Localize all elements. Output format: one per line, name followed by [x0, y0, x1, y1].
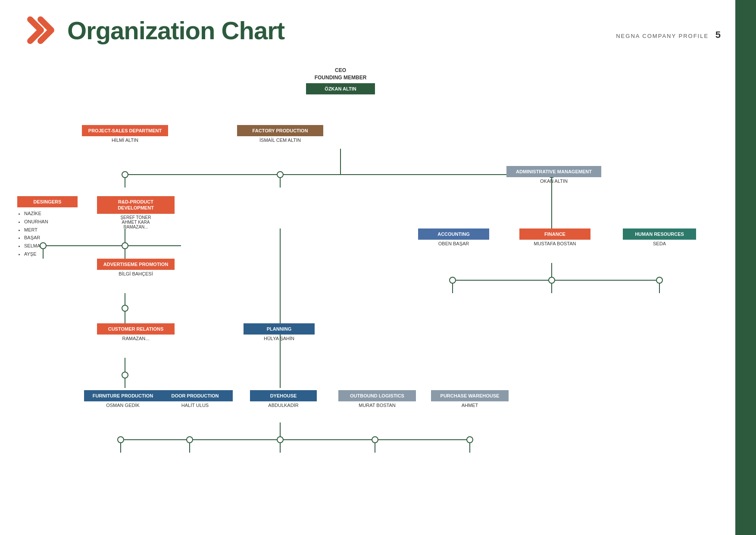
finance-node: FINANCE MUSTAFA BOSTAN — [515, 228, 595, 246]
designers-box: DESINGERS — [17, 196, 78, 207]
planning-box: PLANNING — [244, 323, 315, 335]
page-title: Organization Chart — [67, 16, 284, 45]
outbound-name: MURAT BOSTAN — [334, 403, 420, 408]
svg-point-15 — [122, 305, 128, 311]
svg-point-6 — [277, 172, 283, 178]
outbound-box: OUTBOUND LOGISTICS — [338, 390, 416, 401]
door-name: HALİT ULUS — [153, 403, 237, 408]
svg-point-18 — [122, 372, 128, 378]
finance-name: MUSTAFA BOSTAN — [515, 241, 595, 246]
ceo-box: ÖZKAN ALTIN — [306, 83, 375, 94]
svg-point-39 — [549, 277, 555, 283]
finance-box: FINANCE — [519, 228, 590, 240]
customer-relations-node: CUSTOMER RELATIONS RAMAZAN... — [93, 323, 179, 341]
company-info: NEGNA COMPANY PROFILE 5 — [616, 29, 722, 41]
dyehouse-node: DYEHOUSE ABDULKADİR — [246, 390, 321, 408]
door-box: DOOR PRODUCTION — [157, 390, 233, 401]
customer-relations-name: RAMAZAN... — [93, 336, 179, 341]
svg-point-38 — [450, 277, 456, 283]
svg-point-28 — [118, 437, 124, 443]
rd-name: ŞEREF TONERAHMET KARARAMAZAN... — [93, 215, 179, 229]
planning-node: PLANNING HÜLYA ŞAHİN — [239, 323, 319, 341]
svg-point-40 — [656, 277, 662, 283]
accounting-box: ACCOUNTING — [418, 228, 489, 240]
advertising-box: ADVERTISEME PROMOTION — [97, 259, 175, 270]
outbound-node: OUTBOUND LOGISTICS MURAT BOSTAN — [334, 390, 420, 408]
designers-node: DESINGERS NAZİKE ONURHAN MERT BAŞAR SELM… — [13, 196, 82, 258]
svg-point-13 — [122, 243, 128, 249]
ceo-title: CEO FOUNDING MEMBER — [293, 67, 388, 81]
door-node: DOOR PRODUCTION HALİT ULUS — [153, 390, 237, 408]
right-sidebar — [735, 0, 756, 535]
dyehouse-name: ABDULKADİR — [246, 403, 321, 408]
rd-node: R&D-PRODUCT DEVELOPMENT ŞEREF TONERAHMET… — [93, 196, 179, 229]
admin-name: OKAN ALTIN — [498, 178, 610, 184]
furniture-box: FURNITURE PRODUCTION — [84, 390, 162, 401]
dyehouse-box: DYEHOUSE — [250, 390, 317, 401]
project-sales-node: PROJECT-SALES DEPARTMENT HİLMİ ALTIN — [73, 125, 177, 143]
company-name: NEGNA COMPANY PROFILE — [616, 33, 709, 39]
factory-name: İSMAİL CEM ALTIN — [228, 138, 332, 143]
svg-point-5 — [122, 172, 128, 178]
purchase-node: PURCHASE WAREHOUSE AHMET — [427, 390, 513, 408]
hr-box: HUMAN RESOURCES — [623, 228, 696, 240]
admin-box: ADMINISTRATIVE MANAGEMENT — [506, 166, 601, 177]
planning-name: HÜLYA ŞAHİN — [239, 336, 319, 341]
hr-node: HUMAN RESOURCES SEDA — [619, 228, 700, 246]
purchase-name: AHMET — [427, 403, 513, 408]
advertising-name: BİLGİ BAHÇESİ — [93, 271, 179, 276]
svg-point-30 — [277, 437, 283, 443]
header: Organization Chart — [26, 13, 284, 47]
accounting-name: OBEN BAŞAR — [414, 241, 494, 246]
project-sales-box: PROJECT-SALES DEPARTMENT — [82, 125, 168, 136]
svg-point-31 — [372, 437, 378, 443]
admin-node: ADMINISTRATIVE MANAGEMENT OKAN ALTIN — [498, 166, 610, 184]
factory-box: FACTORY PRODUCTION — [237, 125, 323, 136]
hr-name: SEDA — [619, 241, 700, 246]
designers-list: NAZİKE ONURHAN MERT BAŞAR SELMA AYŞE — [13, 210, 82, 258]
svg-point-29 — [187, 437, 193, 443]
customer-relations-box: CUSTOMER RELATIONS — [97, 323, 175, 335]
advertising-node: ADVERTISEME PROMOTION BİLGİ BAHÇESİ — [93, 259, 179, 276]
accounting-node: ACCOUNTING OBEN BAŞAR — [414, 228, 494, 246]
page-number: 5 — [715, 29, 722, 40]
ceo-node: CEO FOUNDING MEMBER ÖZKAN ALTIN — [293, 67, 388, 94]
purchase-box: PURCHASE WAREHOUSE — [431, 390, 509, 401]
svg-point-32 — [467, 437, 473, 443]
rd-box: R&D-PRODUCT DEVELOPMENT — [97, 196, 175, 214]
factory-node: FACTORY PRODUCTION İSMAİL CEM ALTIN — [228, 125, 332, 143]
chevron-icon — [26, 13, 60, 47]
project-sales-name: HİLMİ ALTIN — [73, 138, 177, 143]
